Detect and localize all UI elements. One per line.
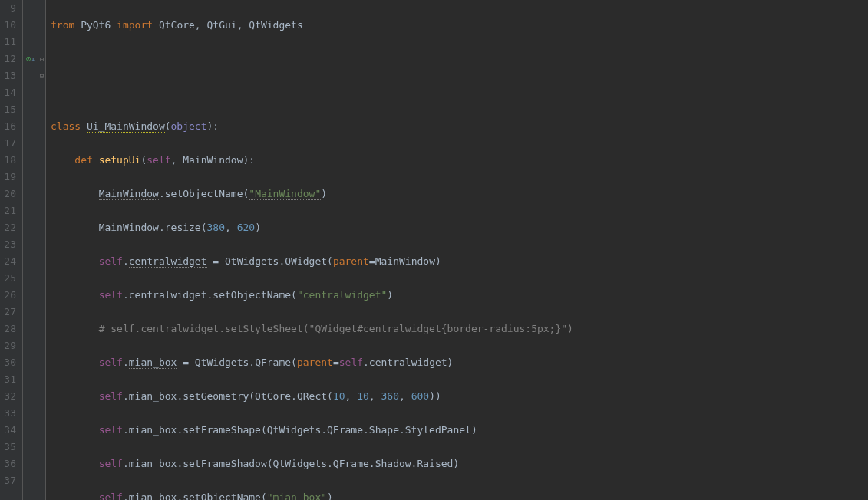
line-number: 11 (3, 34, 16, 51)
code-line: # self.centralwidget.setStyleSheet("QWid… (51, 321, 868, 337)
code-line: def setupUi(self, MainWindow): (51, 152, 868, 169)
line-number-gutter: 9 10 11 12 13 14 15 16 17 18 19 20 21 22… (0, 0, 23, 500)
code-line: from PyQt6 import QtCore, QtGui, QtWidge… (51, 17, 868, 34)
code-line: self.mian_box.setFrameShape(QtWidgets.QF… (51, 422, 868, 439)
code-line: MainWindow.setObjectName("MainWindow") (51, 186, 868, 202)
code-line (51, 84, 868, 101)
line-number: 30 (3, 354, 16, 371)
code-editor[interactable]: 9 10 11 12 13 14 15 16 17 18 19 20 21 22… (0, 0, 868, 500)
override-down-icon[interactable]: ↓ (31, 51, 35, 67)
line-number: 12 (3, 51, 16, 67)
fold-gutter: ⊟ ⊟ (38, 0, 46, 500)
line-number: 29 (3, 337, 16, 354)
code-line: class Ui_MainWindow(object): (51, 118, 868, 135)
line-number: 18 (3, 152, 16, 169)
line-number: 22 (3, 219, 16, 236)
code-line: self.centralwidget.setObjectName("centra… (51, 287, 868, 304)
line-number: 36 (3, 456, 16, 472)
line-number: 9 (3, 0, 16, 17)
line-number: 10 (3, 17, 16, 34)
line-number: 35 (3, 439, 16, 456)
code-line: MainWindow.resize(380, 620) (51, 219, 868, 236)
line-number: 23 (3, 236, 16, 253)
line-number: 32 (3, 388, 16, 405)
line-number: 24 (3, 253, 16, 270)
line-number: 27 (3, 304, 16, 321)
line-number: 15 (3, 101, 16, 118)
line-number: 17 (3, 135, 16, 152)
line-number: 14 (3, 84, 16, 101)
line-number: 28 (3, 321, 16, 337)
line-number: 31 (3, 371, 16, 388)
gutter-icons: ⊙↓ (23, 0, 38, 500)
line-number: 34 (3, 422, 16, 439)
line-number: 16 (3, 118, 16, 135)
line-number: 26 (3, 287, 16, 304)
code-line (51, 51, 868, 67)
line-number: 20 (3, 186, 16, 202)
line-number: 37 (3, 472, 16, 489)
line-number: 13 (3, 67, 16, 84)
fold-toggle-icon[interactable]: ⊟ (38, 51, 45, 67)
line-number: 25 (3, 270, 16, 287)
code-line: self.mian_box.setFrameShadow(QtWidgets.Q… (51, 456, 868, 472)
code-line: self.mian_box.setObjectName("mian_box") (51, 489, 868, 500)
code-line: self.centralwidget = QtWidgets.QWidget(p… (51, 253, 868, 270)
line-number: 21 (3, 202, 16, 219)
line-number: 33 (3, 405, 16, 422)
code-line: self.mian_box.setGeometry(QtCore.QRect(1… (51, 388, 868, 405)
code-line: self.mian_box = QtWidgets.QFrame(parent=… (51, 354, 868, 371)
fold-toggle-icon[interactable]: ⊟ (38, 67, 45, 84)
code-area[interactable]: from PyQt6 import QtCore, QtGui, QtWidge… (46, 0, 868, 500)
line-number: 19 (3, 169, 16, 186)
implements-icon[interactable]: ⊙ (26, 51, 31, 67)
